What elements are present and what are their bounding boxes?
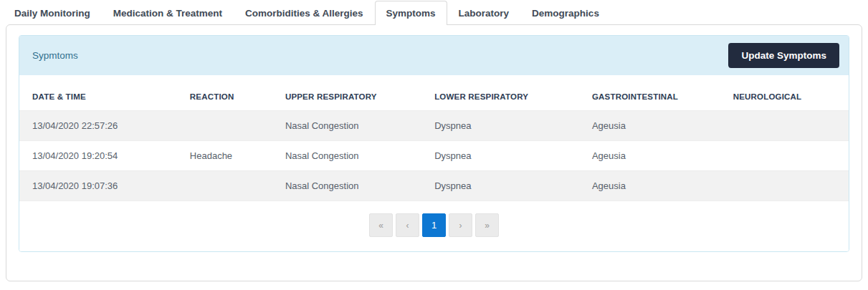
column-header-neurological: NEUROLOGICAL: [720, 84, 849, 111]
cell-neurological: [720, 141, 849, 171]
table-row: 13/04/2020 19:07:36 Nasal Congestion Dys…: [19, 171, 849, 201]
cell-upper-respiratory: Nasal Congestion: [272, 141, 421, 171]
table-row: 13/04/2020 22:57:26 Nasal Congestion Dys…: [19, 111, 849, 141]
tab-comorbidities-allergies[interactable]: Comorbidities & Allergies: [234, 1, 375, 24]
cell-lower-respiratory: Dyspnea: [421, 111, 579, 141]
pagination-prev-button[interactable]: ‹: [396, 213, 419, 237]
cell-upper-respiratory: Nasal Congestion: [272, 171, 421, 201]
symptoms-table: DATE & TIME REACTION UPPER RESPIRATORY L…: [19, 84, 849, 201]
column-header-lower-respiratory: LOWER RESPIRATORY: [421, 84, 579, 111]
pagination-first-button[interactable]: «: [369, 213, 393, 237]
pagination: « ‹ 1 › »: [19, 213, 849, 237]
cell-reaction: [177, 171, 272, 201]
update-symptoms-button[interactable]: Update Symptoms: [728, 43, 839, 68]
pagination-page-1-button[interactable]: 1: [422, 213, 446, 237]
column-header-gastrointestinal: GASTROINTESTINAL: [579, 84, 720, 111]
panel-title: Sypmtoms: [32, 50, 78, 61]
table-header-row: DATE & TIME REACTION UPPER RESPIRATORY L…: [19, 84, 849, 111]
cell-reaction: [177, 111, 272, 141]
cell-neurological: [720, 111, 849, 141]
column-header-date-time: DATE & TIME: [19, 84, 177, 111]
pagination-next-button[interactable]: ›: [449, 213, 472, 237]
tab-daily-monitoring[interactable]: Daily Monitoring: [3, 1, 102, 24]
tab-medication-treatment[interactable]: Medication & Treatment: [102, 1, 234, 24]
cell-reaction: Headache: [177, 141, 272, 171]
tab-bar: Daily Monitoring Medication & Treatment …: [0, 0, 868, 24]
column-header-upper-respiratory: UPPER RESPIRATORY: [272, 84, 421, 111]
symptoms-panel-heading: Sypmtoms Update Symptoms: [19, 36, 849, 75]
cell-neurological: [720, 171, 849, 201]
column-header-reaction: REACTION: [177, 84, 272, 111]
pagination-last-button[interactable]: »: [475, 213, 499, 237]
content-card: Sypmtoms Update Symptoms DATE & TIME REA…: [6, 24, 862, 281]
cell-gastrointestinal: Ageusia: [579, 171, 720, 201]
tab-symptoms[interactable]: Symptoms: [375, 1, 447, 25]
table-row: 13/04/2020 19:20:54 Headache Nasal Conge…: [19, 141, 849, 171]
symptoms-panel-body: DATE & TIME REACTION UPPER RESPIRATORY L…: [19, 75, 849, 251]
cell-lower-respiratory: Dyspnea: [421, 141, 579, 171]
cell-date-time: 13/04/2020 22:57:26: [19, 111, 177, 141]
cell-upper-respiratory: Nasal Congestion: [272, 111, 421, 141]
cell-gastrointestinal: Ageusia: [579, 141, 720, 171]
tab-demographics[interactable]: Demographics: [520, 1, 611, 24]
cell-gastrointestinal: Ageusia: [579, 111, 720, 141]
tab-laboratory[interactable]: Laboratory: [447, 1, 521, 24]
cell-date-time: 13/04/2020 19:20:54: [19, 141, 177, 171]
cell-lower-respiratory: Dyspnea: [421, 171, 579, 201]
cell-date-time: 13/04/2020 19:07:36: [19, 171, 177, 201]
symptoms-panel: Sypmtoms Update Symptoms DATE & TIME REA…: [19, 35, 849, 252]
